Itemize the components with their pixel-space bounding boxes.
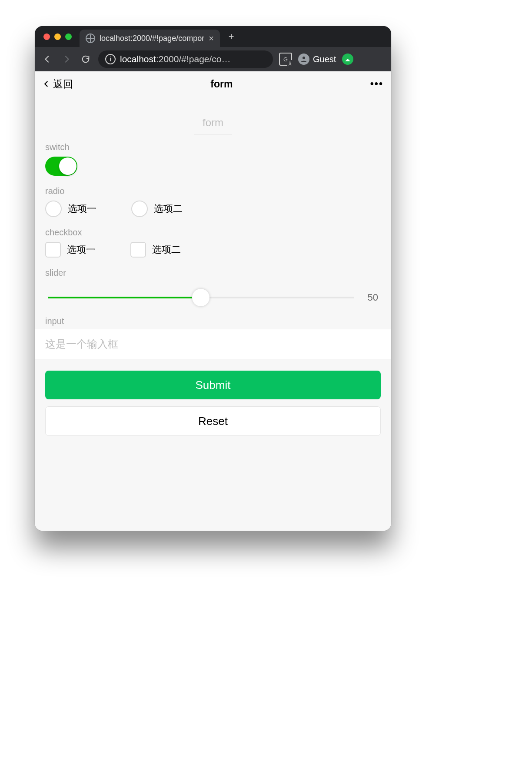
- back-label: 返回: [53, 77, 73, 91]
- minimize-window-icon[interactable]: [54, 33, 61, 40]
- submit-button[interactable]: Submit: [45, 371, 381, 399]
- radio-option-label: 选项一: [68, 202, 96, 215]
- forward-icon[interactable]: [60, 53, 73, 66]
- input-label: input: [35, 308, 391, 329]
- browser-window: localhost:2000/#!page/compor × + i local…: [35, 26, 391, 531]
- radio-option-1[interactable]: 选项一: [45, 201, 96, 217]
- section-slider: slider 50: [35, 260, 391, 308]
- profile-button[interactable]: Guest: [298, 54, 336, 65]
- window-controls: [43, 33, 72, 40]
- chevron-left-icon: [43, 78, 50, 90]
- avatar-icon: [298, 54, 309, 65]
- radio-option-2[interactable]: 选项二: [131, 201, 183, 217]
- toolbar: i localhost:2000/#!page/co… G Guest: [35, 47, 391, 71]
- switch-label: switch: [45, 142, 381, 152]
- checkbox-option-1[interactable]: 选项一: [45, 242, 96, 258]
- checkbox-option-2[interactable]: 选项二: [130, 242, 181, 258]
- radio-icon: [131, 201, 148, 217]
- slider-track[interactable]: [48, 297, 354, 298]
- checkbox-option-label: 选项一: [67, 243, 96, 256]
- radio-label: radio: [45, 186, 381, 196]
- url-text: localhost:2000/#!page/co…: [120, 54, 231, 64]
- reset-button[interactable]: Reset: [45, 406, 381, 436]
- profile-label: Guest: [313, 54, 336, 64]
- checkbox-icon: [130, 242, 146, 258]
- text-input[interactable]: 这是一个输入框: [35, 329, 391, 359]
- switch-toggle[interactable]: [45, 157, 77, 176]
- reload-icon[interactable]: [79, 53, 92, 66]
- browser-chrome: localhost:2000/#!page/compor × + i local…: [35, 26, 391, 71]
- tab-strip: localhost:2000/#!page/compor × +: [35, 26, 391, 47]
- new-tab-button[interactable]: +: [226, 28, 237, 45]
- slider-fill: [48, 297, 201, 298]
- address-bar[interactable]: i localhost:2000/#!page/co…: [98, 50, 273, 68]
- section-switch: switch: [35, 134, 391, 178]
- section-checkbox: checkbox 选项一 选项二: [35, 220, 391, 260]
- globe-icon: [86, 33, 95, 43]
- zoom-window-icon[interactable]: [65, 33, 72, 40]
- switch-knob: [59, 157, 76, 175]
- app-viewport: 返回 form ••• form switch radio 选项一: [35, 71, 391, 531]
- tab-title: localhost:2000/#!page/compor: [100, 34, 204, 43]
- translate-icon[interactable]: G: [279, 53, 292, 66]
- back-icon[interactable]: [41, 53, 54, 66]
- section-radio: radio 选项一 选项二: [35, 178, 391, 220]
- radio-option-label: 选项二: [154, 202, 183, 215]
- close-window-icon[interactable]: [43, 33, 50, 40]
- slider-thumb[interactable]: [192, 289, 209, 306]
- slider-label: slider: [45, 268, 381, 278]
- checkbox-icon: [45, 242, 61, 258]
- browser-tab[interactable]: localhost:2000/#!page/compor ×: [80, 30, 220, 47]
- checkbox-label: checkbox: [45, 228, 381, 238]
- checkbox-option-label: 选项二: [152, 243, 181, 256]
- app-header: 返回 form •••: [35, 71, 391, 97]
- slider-value: 50: [362, 292, 378, 303]
- page-title-row: form: [35, 97, 391, 134]
- close-tab-icon[interactable]: ×: [209, 34, 214, 43]
- svg-point-0: [303, 57, 305, 59]
- extension-icon[interactable]: [342, 54, 353, 65]
- page-title: form: [194, 114, 232, 134]
- more-button[interactable]: •••: [370, 78, 383, 90]
- page-header-title: form: [210, 78, 233, 90]
- radio-icon: [45, 201, 62, 217]
- button-area: Submit Reset: [35, 359, 391, 436]
- site-info-icon[interactable]: i: [105, 54, 116, 64]
- back-button[interactable]: 返回: [43, 77, 73, 91]
